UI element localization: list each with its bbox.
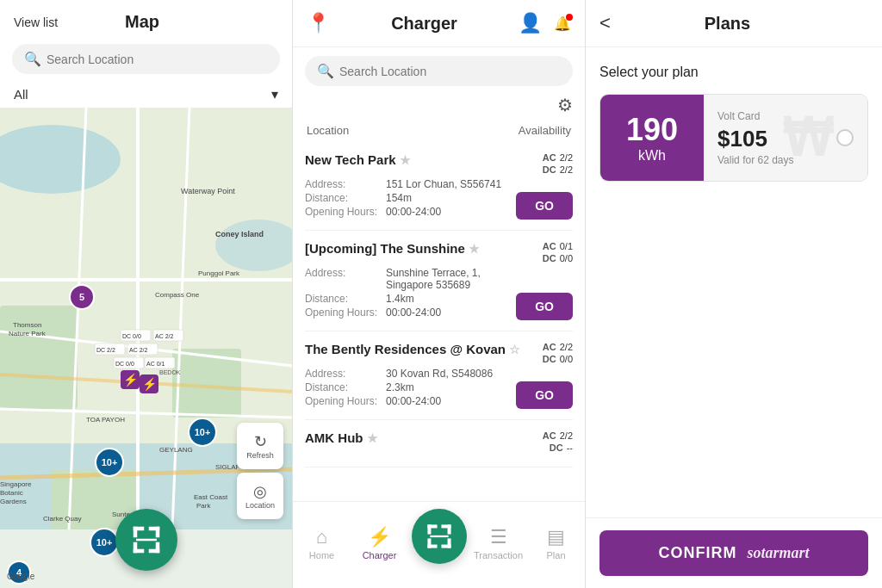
plan-kwh-value: 190 (626, 112, 678, 148)
map-scan-button[interactable] (115, 509, 177, 571)
svg-rect-62 (448, 526, 450, 534)
charger-filter-row: ⚙ (293, 95, 585, 121)
charger-list-header: Location Availability (293, 121, 585, 142)
charger-avail-2: AC0/1 DC0/0 (543, 241, 573, 263)
nav-plan[interactable]: ▤ Plan (531, 526, 582, 560)
plan-price: $105 (717, 126, 794, 152)
charger-avail-4: AC2/2 DC-- (543, 430, 573, 453)
plan-radio-button[interactable] (836, 129, 854, 146)
map-pin-10plus-1[interactable]: 10+ (188, 418, 217, 447)
map-search-bar[interactable]: 🔍 (12, 44, 280, 74)
transaction-icon: ☰ (490, 526, 507, 548)
charger-search-input[interactable] (339, 65, 561, 78)
charger-search-icon: 🔍 (317, 63, 334, 79)
plan-info: Volt Card $105 Valid for 62 days (717, 110, 794, 166)
svg-text:Park: Park (196, 502, 211, 510)
plans-panel: < Plans Select your plan 190 kWh ₩ Volt … (586, 0, 882, 588)
confirm-button[interactable]: CONFIRM sotarmart (599, 530, 868, 576)
go-button-1[interactable]: GO (516, 192, 573, 220)
svg-text:DC 0/0: DC 0/0 (122, 333, 141, 339)
charger-list: New Tech Park ★ AC2/2 DC2/2 Address:151 … (293, 142, 585, 501)
svg-text:Clarke Quay: Clarke Quay (43, 515, 81, 523)
svg-rect-55 (134, 543, 136, 552)
svg-text:⚡: ⚡ (123, 373, 139, 387)
charger-item-3: The Bently Residences @ Kovan ☆ AC2/2 DC… (305, 331, 573, 420)
map-header: View list Map (0, 0, 292, 44)
go-button-2[interactable]: GO (516, 293, 573, 320)
charger-header-center: Charger (391, 14, 457, 34)
location-button[interactable]: ◎ Location (237, 473, 283, 519)
filter-icon[interactable]: ⚙ (557, 95, 573, 115)
filter-label[interactable]: All (14, 87, 28, 102)
charger-avail-1: AC2/2 DC2/2 (543, 152, 573, 175)
charger-item-name-3: The Bently Residences @ Kovan ☆ (305, 342, 520, 356)
nav-home-label: Home (309, 550, 334, 560)
map-area[interactable]: Coney Island Compass One Thomson Nature … (0, 108, 292, 588)
star-icon-3[interactable]: ☆ (509, 343, 520, 356)
google-logo: Google (7, 572, 34, 581)
plans-footer: CONFIRM sotarmart (586, 517, 882, 588)
plans-title: Plans (621, 14, 834, 34)
svg-text:AC 0/1: AC 0/1 (146, 361, 165, 367)
charger-item-name-1: New Tech Park ★ (305, 152, 411, 167)
map-pin-5[interactable]: 5 (69, 284, 95, 310)
svg-text:Gardens: Gardens (0, 498, 27, 505)
home-icon: ⌂ (316, 526, 327, 548)
bottom-nav: ⌂ Home ⚡ Charger ☰ Transaction (293, 501, 585, 588)
svg-rect-53 (157, 528, 158, 536)
charger-item-4: AMK Hub ★ AC2/2 DC-- (305, 420, 573, 467)
search-icon: 🔍 (24, 51, 41, 67)
svg-text:Punggol Park: Punggol Park (198, 269, 240, 277)
plan-card[interactable]: 190 kWh ₩ Volt Card $105 Valid for 62 da… (599, 94, 868, 182)
charger-nav-icon: ⚡ (368, 526, 391, 548)
nav-home[interactable]: ⌂ Home (296, 526, 348, 560)
svg-text:AC 2/2: AC 2/2 (129, 347, 148, 353)
map-panel: View list Map 🔍 All ▾ (0, 0, 293, 588)
svg-text:Waterway Point: Waterway Point (181, 187, 235, 195)
plans-body: Select your plan 190 kWh ₩ Volt Card $10… (586, 47, 882, 517)
profile-icon[interactable]: 👤 (519, 12, 542, 34)
svg-rect-66 (448, 540, 450, 548)
volt-card-label: Volt Card (717, 110, 794, 122)
notification-icon[interactable]: 🔔 (554, 15, 571, 32)
svg-text:GEYLANG: GEYLANG (159, 446, 193, 454)
charger-title: Charger (391, 14, 457, 34)
availability-header-label: Availability (519, 124, 571, 137)
charger-item-name-4: AMK Hub ★ (305, 430, 378, 445)
charger-location-icon: 📍 (307, 12, 330, 34)
scan-icon (131, 524, 162, 555)
map-pin-10plus-2[interactable]: 10+ (95, 448, 124, 477)
back-button[interactable]: < (599, 12, 611, 34)
plan-card-left: 190 kWh (600, 95, 704, 181)
svg-text:Coney Island: Coney Island (215, 230, 264, 238)
star-icon-4[interactable]: ★ (367, 431, 378, 445)
svg-rect-57 (157, 543, 158, 552)
map-controls: ↻ Refresh ◎ Location (237, 423, 283, 519)
star-icon-2[interactable]: ★ (469, 242, 480, 256)
chevron-down-icon[interactable]: ▾ (271, 86, 278, 102)
select-plan-title: Select your plan (599, 65, 868, 80)
svg-rect-64 (428, 540, 430, 548)
svg-rect-51 (134, 528, 136, 536)
nav-center-scan-button[interactable] (412, 509, 467, 564)
nav-charger-label: Charger (363, 550, 397, 560)
plan-icon: ▤ (547, 526, 565, 548)
svg-text:East Coast: East Coast (194, 493, 228, 501)
svg-text:Singapore: Singapore (0, 480, 32, 488)
charger-item-1: New Tech Park ★ AC2/2 DC2/2 Address:151 … (305, 142, 573, 231)
map-search-input[interactable] (47, 53, 268, 66)
star-icon-1[interactable]: ★ (400, 153, 411, 167)
go-button-3[interactable]: GO (516, 381, 573, 409)
map-filter-row: All ▾ (0, 83, 292, 108)
charger-search-bar[interactable]: 🔍 (305, 56, 573, 86)
refresh-button[interactable]: ↻ Refresh (237, 423, 283, 469)
view-list-button[interactable]: View list (14, 15, 58, 29)
nav-transaction[interactable]: ☰ Transaction (473, 526, 525, 560)
nav-transaction-label: Transaction (474, 550, 523, 560)
charger-item-name-2: [Upcoming] The Sunshine ★ (305, 241, 480, 256)
svg-text:⚡: ⚡ (142, 377, 158, 392)
plan-validity: Valid for 62 days (717, 154, 794, 166)
svg-text:DC 2/2: DC 2/2 (96, 347, 115, 353)
nav-charger[interactable]: ⚡ Charger (354, 526, 406, 560)
charger-header: 📍 Charger 👤 🔔 (293, 0, 585, 47)
